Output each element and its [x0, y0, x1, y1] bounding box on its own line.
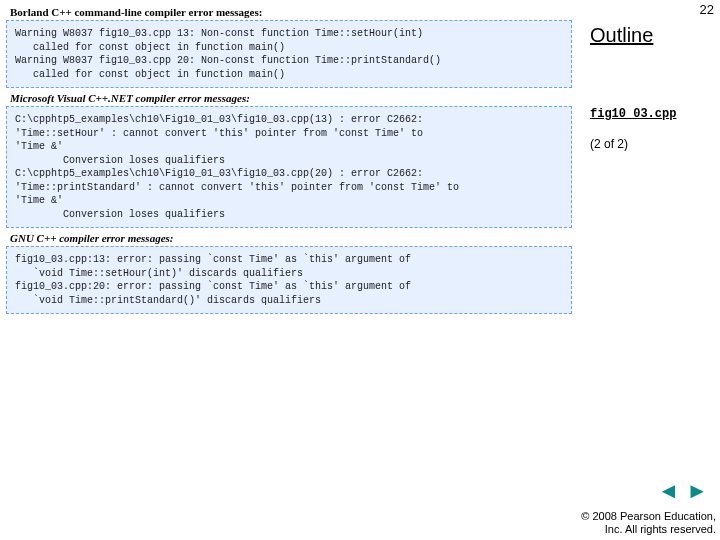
- copyright-footer: © 2008 Pearson Education, Inc. All right…: [581, 510, 716, 536]
- msvc-code-box: C:\cpphtp5_examples\ch10\Fig10_01_03\fig…: [6, 106, 572, 228]
- gnu-code-box: fig10_03.cpp:13: error: passing `const T…: [6, 246, 572, 314]
- copyright-line2: Inc. All rights reserved.: [581, 523, 716, 536]
- copyright-line1: © 2008 Pearson Education,: [581, 510, 716, 523]
- msvc-header: Microsoft Visual C++.NET compiler error …: [6, 90, 572, 106]
- nav-arrows: ◄ ►: [655, 478, 710, 504]
- nav-next-icon[interactable]: ►: [686, 478, 708, 504]
- borland-code: Warning W8037 fig10_03.cpp 13: Non-const…: [15, 27, 565, 81]
- borland-header: Borland C++ command-line compiler error …: [6, 4, 572, 20]
- borland-code-box: Warning W8037 fig10_03.cpp 13: Non-const…: [6, 20, 572, 88]
- outline-column: Outline fig10_03.cpp (2 of 2): [590, 0, 716, 540]
- nav-prev-icon[interactable]: ◄: [657, 478, 679, 504]
- outline-title: Outline: [590, 24, 716, 47]
- outline-figfile: fig10_03.cpp: [590, 107, 716, 121]
- gnu-header: GNU C++ compiler error messages:: [6, 230, 572, 246]
- gnu-code: fig10_03.cpp:13: error: passing `const T…: [15, 253, 565, 307]
- content-column: Borland C++ command-line compiler error …: [6, 4, 572, 316]
- outline-pager: (2 of 2): [590, 137, 716, 151]
- msvc-code: C:\cpphtp5_examples\ch10\Fig10_01_03\fig…: [15, 113, 565, 221]
